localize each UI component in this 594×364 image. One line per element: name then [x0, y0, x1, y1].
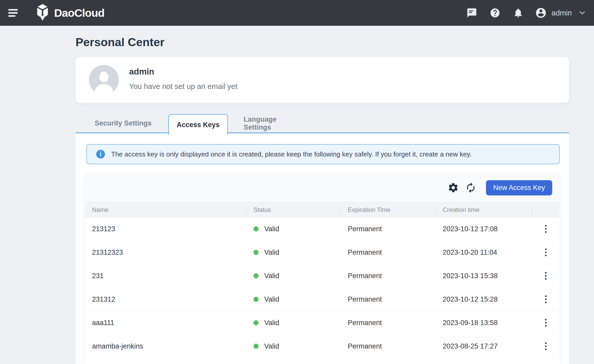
status-dot-icon [253, 273, 259, 278]
row-actions-kebab-icon[interactable] [538, 245, 554, 260]
profile-avatar [89, 65, 119, 95]
table-row[interactable]: 231 Valid Permanent 2023-10-13 15:38 [85, 264, 559, 288]
table-row[interactable]: 213123 Valid Permanent 2023-10-12 17:08 [85, 217, 559, 241]
cell-expiration: Permanent [341, 249, 436, 257]
table-row-partial [85, 358, 559, 364]
table-row[interactable]: aaa111 Valid Permanent 2023-09-18 13:58 [85, 311, 559, 335]
access-keys-table-card: New Access Key Name Status Expiration Ti… [85, 173, 559, 364]
navbar-actions: admin [466, 7, 585, 19]
column-header-creation: Creation time [436, 202, 532, 217]
top-navbar: DaoCloud [0, 0, 594, 26]
user-menu[interactable]: admin [535, 7, 585, 19]
table-row[interactable]: 21312323 Valid Permanent 2023-10-20 11:0… [85, 241, 559, 264]
cell-status: Valid [246, 225, 341, 233]
status-dot-icon [253, 226, 259, 231]
cell-name: 21312323 [85, 249, 246, 257]
info-alert-text: The access key is only displayed once it… [111, 150, 472, 158]
table-body: 213123 Valid Permanent 2023-10-12 17:08 … [85, 217, 559, 358]
status-label: Valid [264, 319, 279, 327]
status-label: Valid [264, 272, 279, 280]
help-icon[interactable] [490, 7, 500, 18]
tab-security-settings[interactable]: Security Settings [93, 114, 153, 133]
cell-created: 2023-10-12 15:28 [436, 295, 532, 303]
status-dot-icon [253, 297, 259, 302]
cell-status: Valid [246, 249, 341, 257]
status-label: Valid [264, 225, 279, 233]
cell-expiration: Permanent [341, 342, 436, 350]
status-dot-icon [253, 320, 259, 325]
cell-created: 2023-10-13 15:38 [436, 272, 532, 280]
cell-expiration: Permanent [341, 272, 436, 280]
access-keys-panel: i The access key is only displayed once … [76, 133, 569, 364]
cell-expiration: Permanent [341, 295, 436, 303]
profile-email-hint: You have not set up an email yet [129, 82, 237, 91]
screen: DaoCloud [0, 0, 594, 364]
tab-access-keys[interactable]: Access Keys [168, 114, 228, 135]
cell-name: 213123 [85, 225, 246, 233]
cell-created: 2023-08-25 17:27 [436, 342, 532, 350]
menu-toggle-icon[interactable] [8, 9, 19, 17]
column-header-status: Status [246, 202, 341, 217]
tab-language-settings[interactable]: Language Settings [244, 114, 303, 133]
messages-icon[interactable] [466, 7, 477, 18]
daocloud-logo-icon [35, 4, 51, 22]
column-header-actions [532, 202, 559, 217]
cell-created: 2023-09-18 13:58 [436, 319, 532, 327]
profile-card: admin You have not set up an email yet [76, 57, 569, 103]
cell-expiration: Permanent [341, 225, 436, 233]
cell-expiration: Permanent [341, 319, 436, 327]
refresh-icon[interactable] [465, 182, 477, 194]
status-label: Valid [264, 342, 279, 350]
cell-status: Valid [246, 272, 341, 280]
chevron-down-icon [579, 11, 585, 15]
cell-status: Valid [246, 342, 341, 350]
user-avatar-icon [535, 7, 547, 19]
status-dot-icon [253, 344, 259, 349]
cell-name: aaa111 [85, 319, 246, 327]
cell-status: Valid [246, 295, 341, 303]
gear-icon[interactable] [447, 182, 459, 194]
cell-created: 2023-10-12 17:08 [436, 225, 532, 233]
cell-name: 231 [85, 272, 246, 280]
table-row[interactable]: amamba-jenkins Valid Permanent 2023-08-2… [85, 335, 559, 358]
navbar-brand[interactable]: DaoCloud [35, 4, 104, 22]
status-label: Valid [264, 249, 279, 257]
table-header-row: Name Status Expiration Time Creation tim… [85, 202, 559, 217]
page-title: Personal Center [76, 36, 164, 49]
row-actions-kebab-icon[interactable] [538, 292, 554, 307]
cell-name: 231312 [85, 295, 246, 303]
new-access-key-button[interactable]: New Access Key [486, 180, 552, 195]
username-label: admin [551, 9, 572, 17]
info-alert: i The access key is only displayed once … [86, 144, 560, 164]
row-actions-kebab-icon[interactable] [538, 338, 554, 354]
column-header-expiration: Expiration Time [341, 202, 436, 217]
cell-name: amamba-jenkins [85, 342, 246, 350]
row-actions-kebab-icon[interactable] [538, 315, 554, 330]
column-header-name: Name [85, 202, 246, 217]
notifications-bell-icon[interactable] [513, 7, 524, 18]
cell-status: Valid [246, 319, 341, 327]
status-dot-icon [253, 250, 259, 255]
row-actions-kebab-icon[interactable] [538, 268, 554, 284]
table-row[interactable]: 231312 Valid Permanent 2023-10-12 15:28 [85, 288, 559, 311]
profile-username: admin [129, 67, 154, 77]
status-label: Valid [264, 295, 279, 303]
table-toolbar: New Access Key [85, 173, 559, 202]
info-icon: i [96, 150, 105, 159]
cell-created: 2023-10-20 11:04 [436, 249, 532, 257]
brand-name: DaoCloud [54, 7, 104, 19]
row-actions-kebab-icon[interactable] [538, 221, 554, 237]
